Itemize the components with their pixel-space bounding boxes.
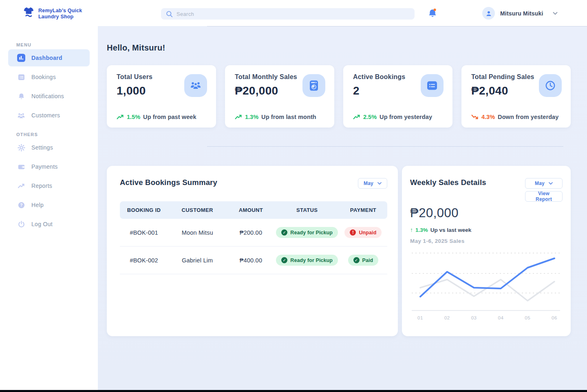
check-icon: ✓ [281,229,287,236]
column-header: BOOKING ID [120,207,168,213]
bookings-title: Active Bookings Summary [120,178,217,187]
others-section-label: OTHERS [16,132,98,137]
weekly-subtitle: May 1-6, 2025 Sales [410,238,563,244]
sidebar-item-reports[interactable]: Reports [8,177,90,194]
customers-icon [17,111,25,119]
weekly-total: ₱20,000 [410,206,563,220]
trend-up-icon [117,115,124,119]
weekly-sales-chart: 010203040506 [410,248,563,322]
notification-dot [434,9,436,11]
user-menu[interactable]: Mitsuru Mitsuki [482,7,558,20]
table-row: #BOK-001 Moon Mitsu ₱200.00 ✓Ready for P… [120,219,387,247]
trend-down-icon [471,115,479,119]
exclamation-icon: ! [350,229,356,236]
weekly-trend: ↑ 1.3% Up vs last week [410,227,563,233]
svg-text:?: ? [20,203,22,207]
sidebar-item-label: Settings [31,144,53,151]
payment-badge: !Unpaid [344,227,382,238]
clock-icon [539,74,562,97]
sidebar-item-bookings[interactable]: Bookings [8,68,90,86]
washer-icon [302,74,325,97]
sidebar-item-label: Help [31,202,44,208]
sidebar-item-dashboard[interactable]: Dashboard [8,49,90,66]
sidebar-item-label: Bookings [31,74,56,80]
chart-line-icon [17,182,25,190]
greeting: Hello, Mitsuru! [107,43,571,53]
svg-text:03: 03 [471,315,477,320]
svg-text:06: 06 [552,315,557,320]
payment-badge: ✓Paid [348,255,379,266]
bookings-table: BOOKING ID CUSTOMER AMOUNT STATUS PAYMEN… [120,201,387,274]
sidebar: RemyLab’s Quick Laundry Shop MENU Dashbo… [0,0,98,390]
search-bar[interactable] [161,8,415,20]
bookings-panel: Active Bookings Summary May BOOKING ID C… [107,166,398,336]
sidebar-item-help[interactable]: ? Help [8,196,90,214]
check-icon: ✓ [281,257,287,263]
chevron-down-icon [377,182,382,185]
trend-value: 4.3% [481,114,495,120]
shirt-icon [23,7,35,18]
avatar [482,7,495,20]
svg-text:02: 02 [444,315,450,320]
person-icon [485,10,492,17]
dashboard-icon [17,54,25,62]
table-row: #BOK-002 Gabriel Lim ₱400.00 ✓Ready for … [120,247,387,274]
brand-name: RemyLab’s Quick Laundry Shop [38,7,82,20]
sidebar-item-notifications[interactable]: Notifications [8,88,90,105]
svg-text:01: 01 [417,315,423,320]
sidebar-item-label: Log Out [31,221,53,227]
chevron-down-icon [553,12,558,15]
weekly-month-select[interactable]: May [525,178,563,189]
amount: ₱400.00 [227,257,275,264]
sidebar-item-customers[interactable]: Customers [8,107,90,124]
bookings-month-select[interactable]: May [358,178,387,189]
trend-label: Up from past week [143,114,196,120]
sidebar-item-settings[interactable]: Settings [8,139,90,156]
bottom-bar [0,390,587,392]
booking-id: #BOK-001 [120,229,168,236]
brand-logo: RemyLab’s Quick Laundry Shop [23,7,82,20]
gear-icon [17,143,25,152]
notifications-icon [17,92,25,100]
customer-name: Gabriel Lim [168,257,227,264]
trend-up-icon [353,115,360,119]
stat-card-active-bookings: Active Bookings 2 2.5% [343,65,452,128]
sidebar-item-label: Dashboard [31,55,62,61]
column-header: AMOUNT [227,207,275,213]
trend-label: Up from yesterday [380,114,432,120]
status-badge: ✓Ready for Pickup [276,255,338,266]
trend-up-icon [235,115,242,119]
stat-card-monthly-sales: Total Monthly Sales ₱20,000 [225,65,334,128]
search-input[interactable] [177,11,410,17]
user-name: Mitsuru Mitsuki [500,10,543,17]
weekly-sales-panel: Weekly Sales Details May View Report ₱20… [402,166,571,336]
sidebar-item-label: Reports [31,183,52,189]
svg-text:04: 04 [498,315,504,320]
table-header: BOOKING ID CUSTOMER AMOUNT STATUS PAYMEN… [120,201,387,219]
view-report-button[interactable]: View Report [525,191,563,202]
svg-text:05: 05 [525,315,530,320]
question-icon: ? [17,201,25,209]
menu-section-label: MENU [16,42,98,47]
chevron-down-icon [549,182,553,185]
stat-card-pending-sales: Total Pending Sales ₱2,040 4.3% Down fro… [461,65,571,128]
section-divider [207,146,563,147]
trend-value: 2.5% [363,114,377,120]
main-content: Hello, Mitsuru! Total Users 1,000 [98,26,587,390]
trend-label: Down from yesterday [498,114,558,120]
status-badge: ✓Ready for Pickup [276,227,338,238]
notifications-button[interactable] [427,8,438,19]
sidebar-nav: MENU Dashboard Book [0,42,98,233]
trend-label: Up from last month [261,114,316,120]
sidebar-item-logout[interactable]: Log Out [8,216,90,233]
sidebar-item-label: Customers [31,112,60,119]
sidebar-item-payments[interactable]: Payments [8,158,90,175]
arrow-up-icon: ↑ [410,227,413,233]
column-header: STATUS [275,207,339,213]
weekly-sales-title: Weekly Sales Details [410,178,486,187]
bell-icon [427,8,438,19]
power-icon [17,220,25,228]
bookings-icon [17,73,25,81]
stat-cards: Total Users 1,000 [107,65,571,128]
column-header: PAYMENT [339,207,387,213]
